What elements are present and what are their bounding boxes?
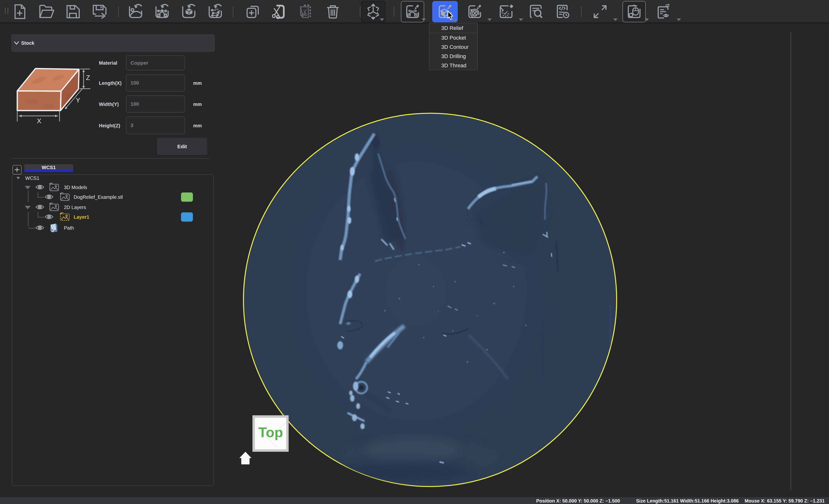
svg-text:X: X	[37, 117, 41, 125]
svg-text:2D Layers: 2D Layers	[64, 205, 86, 210]
svg-text:3D Models: 3D Models	[64, 185, 87, 190]
svg-text:Path: Path	[64, 225, 74, 230]
svg-text:Z: Z	[86, 74, 90, 81]
svg-text:WCS1: WCS1	[25, 175, 39, 181]
svg-text:Layer1: Layer1	[74, 214, 89, 220]
svg-text:DogRelief_Example.stl: DogRelief_Example.stl	[74, 194, 123, 200]
svg-text:Y: Y	[76, 97, 80, 104]
